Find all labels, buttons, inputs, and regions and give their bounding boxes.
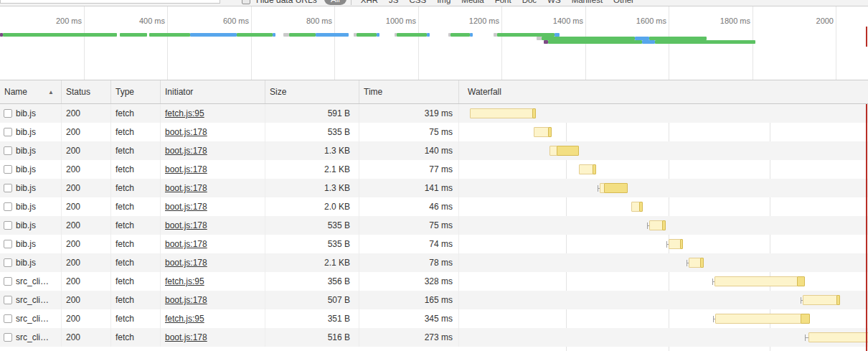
filter-pill-other[interactable]: Other <box>610 0 638 6</box>
overview-bar-segment <box>537 37 542 40</box>
network-overview-timeline[interactable]: 200 ms400 ms600 ms800 ms1000 ms1200 ms14… <box>0 6 868 80</box>
column-header-waterfall[interactable]: Waterfall <box>459 80 868 103</box>
filter-pill-img[interactable]: Img <box>433 0 454 6</box>
row-checkbox[interactable] <box>4 240 12 248</box>
filter-pill-font[interactable]: Font <box>491 0 515 6</box>
request-row[interactable]: bib.js200fetchboot.js:178535 B75 ms <box>0 123 868 141</box>
cell-time: 140 ms <box>359 141 459 160</box>
filter-input[interactable]: Filter <box>0 0 220 4</box>
waterfall-download-segment <box>639 202 643 212</box>
request-row[interactable]: bib.js200fetchboot.js:1782.0 KB46 ms <box>0 197 868 216</box>
cell-waterfall <box>459 253 868 272</box>
column-header-name[interactable]: Name▲ <box>0 80 62 103</box>
request-row[interactable]: src_cli…200fetchboot.js:178516 B273 ms <box>0 328 868 347</box>
row-checkbox[interactable] <box>4 128 12 136</box>
request-row[interactable]: src_cli…200fetchboot.js:178507 B165 ms <box>0 291 868 309</box>
row-checkbox[interactable] <box>4 202 12 211</box>
filter-input-placeholder: Filter <box>6 0 25 2</box>
column-header-initiator[interactable]: Initiator <box>161 80 265 103</box>
cell-initiator: fetch.js:95 <box>161 272 265 291</box>
initiator-link[interactable]: fetch.js:95 <box>165 276 204 286</box>
request-name: src_cli… <box>16 295 49 305</box>
row-checkbox[interactable] <box>4 333 12 342</box>
initiator-link[interactable]: boot.js:178 <box>165 332 207 342</box>
waterfall-bar[interactable] <box>712 276 805 286</box>
row-checkbox[interactable] <box>4 146 12 155</box>
cell-type: fetch <box>111 309 161 328</box>
initiator-link[interactable]: boot.js:178 <box>165 295 207 305</box>
request-row[interactable]: bib.js200fetchfetch.js:95591 B319 ms <box>0 104 868 123</box>
request-row[interactable]: bib.js200fetchboot.js:178535 B74 ms <box>0 235 868 253</box>
initiator-link[interactable]: boot.js:178 <box>165 164 207 174</box>
request-name: bib.js <box>16 258 36 268</box>
hide-data-urls-checkbox[interactable] <box>242 0 250 4</box>
filter-pill-doc[interactable]: Doc <box>519 0 540 6</box>
overview-tick-label: 200 ms <box>56 16 82 26</box>
filter-pill-ws[interactable]: WS <box>544 0 565 6</box>
overview-bar-segment <box>289 33 316 37</box>
request-row[interactable]: src_cli…200fetchfetch.js:95351 B345 ms <box>0 309 868 328</box>
overview-tick-label: 1200 ms <box>469 16 499 26</box>
row-checkbox[interactable] <box>4 258 12 267</box>
cell-waterfall <box>459 272 868 291</box>
initiator-link[interactable]: boot.js:178 <box>165 127 207 137</box>
waterfall-bar[interactable] <box>549 146 579 156</box>
column-header-size[interactable]: Size <box>265 80 359 103</box>
filter-pill-all[interactable]: All <box>324 0 346 5</box>
row-checkbox[interactable] <box>4 314 12 323</box>
waterfall-queueing-tick <box>598 185 600 192</box>
waterfall-bar[interactable] <box>713 314 810 324</box>
row-checkbox[interactable] <box>4 184 12 192</box>
row-checkbox[interactable] <box>4 221 12 230</box>
request-row[interactable]: bib.js200fetchboot.js:1781.3 KB140 ms <box>0 141 868 160</box>
cell-initiator: boot.js:178 <box>161 197 265 216</box>
request-row[interactable]: bib.js200fetchboot.js:1781.3 KB141 ms <box>0 179 868 197</box>
column-header-type[interactable]: Type <box>111 80 161 103</box>
waterfall-bar[interactable] <box>805 332 868 342</box>
waterfall-bar[interactable] <box>579 164 596 174</box>
waterfall-bar[interactable] <box>687 258 704 268</box>
cell-size: 356 B <box>265 272 359 291</box>
column-header-time[interactable]: Time <box>359 80 459 103</box>
waterfall-bar[interactable] <box>801 295 840 305</box>
waterfall-queueing-tick <box>687 260 689 266</box>
waterfall-bar[interactable] <box>598 183 628 193</box>
cell-name: src_cli… <box>0 272 62 291</box>
cell-time: 165 ms <box>359 291 459 309</box>
initiator-link[interactable]: boot.js:178 <box>165 202 207 212</box>
row-checkbox[interactable] <box>4 277 12 286</box>
request-row[interactable]: bib.js200fetchboot.js:1782.1 KB77 ms <box>0 160 868 179</box>
initiator-link[interactable]: fetch.js:95 <box>165 314 204 324</box>
filter-pill-js[interactable]: JS <box>385 0 402 6</box>
row-checkbox[interactable] <box>4 296 12 304</box>
waterfall-waiting-segment <box>649 220 663 230</box>
request-row[interactable]: bib.js200fetchboot.js:1782.1 KB78 ms <box>0 253 868 272</box>
initiator-link[interactable]: boot.js:178 <box>165 239 207 249</box>
waterfall-download-segment <box>557 146 579 156</box>
cell-initiator: boot.js:178 <box>161 179 265 197</box>
initiator-link[interactable]: boot.js:178 <box>165 220 207 230</box>
waterfall-bar[interactable] <box>666 239 683 249</box>
initiator-link[interactable]: boot.js:178 <box>165 146 207 156</box>
waterfall-bar[interactable] <box>647 220 666 230</box>
row-checkbox[interactable] <box>4 109 12 118</box>
waterfall-bar[interactable] <box>534 127 552 137</box>
waterfall-bar[interactable] <box>631 202 643 212</box>
initiator-link[interactable]: boot.js:178 <box>165 258 207 268</box>
column-header-status[interactable]: Status <box>62 80 111 103</box>
filter-pill-media[interactable]: Media <box>458 0 487 6</box>
filter-pill-manifest[interactable]: Manifest <box>568 0 606 6</box>
waterfall-bar[interactable] <box>470 108 536 118</box>
filter-pill-css[interactable]: CSS <box>405 0 430 6</box>
waterfall-waiting-segment <box>534 127 549 137</box>
overview-bar-segment <box>283 33 289 37</box>
initiator-link[interactable]: boot.js:178 <box>165 183 207 193</box>
waterfall-waiting-segment <box>714 276 798 286</box>
overview-bar-segment <box>548 40 642 44</box>
row-checkbox[interactable] <box>4 165 12 174</box>
request-row[interactable]: src_cli…200fetchfetch.js:95356 B328 ms <box>0 272 868 291</box>
request-row[interactable]: bib.js200fetchboot.js:178535 B75 ms <box>0 216 868 235</box>
column-header-label: Type <box>115 87 134 97</box>
initiator-link[interactable]: fetch.js:95 <box>165 108 204 118</box>
filter-pill-xhr[interactable]: XHR <box>357 0 382 6</box>
